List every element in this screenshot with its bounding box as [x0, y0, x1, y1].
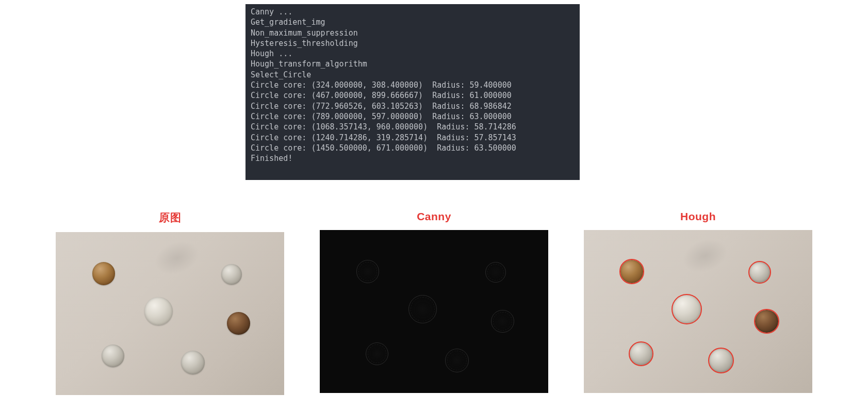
terminal-output: Canny ...Get_gradient_imgNon_maximum_sup…	[245, 4, 580, 180]
panel-canny: Canny	[320, 210, 548, 395]
coin-top-left-edge	[356, 260, 379, 283]
terminal-line: Hough ...	[251, 48, 575, 59]
coin-center	[673, 295, 701, 323]
coin-mid-right-edge	[491, 310, 514, 333]
coin-bottom-mid	[181, 351, 205, 375]
coin-top-right	[221, 264, 242, 285]
coin-top-left	[92, 262, 115, 285]
coin-mid-right	[755, 310, 778, 333]
coin-mid-right	[227, 312, 250, 335]
coin-top-left	[620, 260, 643, 283]
coin-bottom-left	[102, 345, 124, 367]
terminal-line: Hysteresis_thresholding	[251, 38, 575, 48]
coin-top-right-edge	[485, 262, 506, 283]
terminal-line: Circle core: (1068.357143, 960.000000) R…	[251, 122, 575, 132]
panel-original-title: 原图	[56, 210, 284, 225]
coin-bottom-mid-edge	[445, 349, 469, 373]
coin-bottom-mid	[709, 349, 733, 373]
image-original	[56, 232, 284, 395]
terminal-line: Non_maximum_suppression	[251, 28, 575, 38]
panel-hough-title: Hough	[584, 210, 812, 223]
coin-center-edge	[408, 295, 437, 323]
terminal-line: Circle core: (467.000000, 899.666667) Ra…	[251, 90, 575, 101]
terminal-line: Select_Circle	[251, 70, 575, 80]
image-panels-row: 原图 Canny Hough	[56, 210, 812, 395]
image-hough	[584, 230, 812, 393]
terminal-line: Circle core: (789.000000, 597.000000) Ra…	[251, 111, 575, 122]
panel-original: 原图	[56, 210, 284, 395]
terminal-line: Circle core: (1240.714286, 319.285714) R…	[251, 133, 575, 143]
image-canny	[320, 230, 548, 393]
terminal-line: Circle core: (324.000000, 308.400000) Ra…	[251, 80, 575, 90]
terminal-line: Circle core: (772.960526, 603.105263) Ra…	[251, 101, 575, 111]
coin-top-right	[749, 262, 770, 283]
terminal-line: Finished!	[251, 153, 575, 163]
page: Canny ...Get_gradient_imgNon_maximum_sup…	[0, 0, 868, 410]
terminal-line: Canny ...	[251, 7, 575, 17]
coin-bottom-left	[630, 342, 652, 365]
terminal-line: Get_gradient_img	[251, 17, 575, 27]
terminal-line: Hough_transform_algorithm	[251, 59, 575, 69]
terminal-line: Circle core: (1450.500000, 671.000000) R…	[251, 143, 575, 153]
coin-bottom-left-edge	[366, 342, 388, 365]
panel-canny-title: Canny	[320, 210, 548, 223]
coin-center	[144, 297, 173, 325]
panel-hough: Hough	[584, 210, 812, 395]
